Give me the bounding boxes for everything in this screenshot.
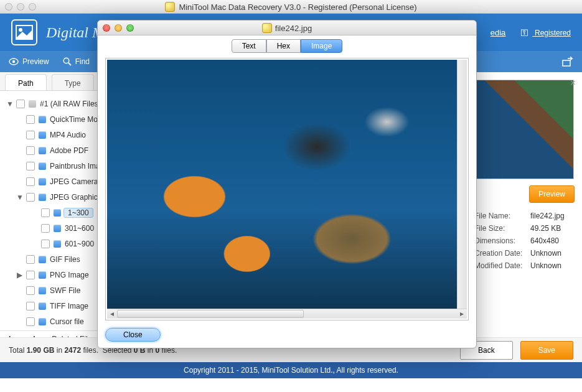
folder-icon bbox=[39, 131, 46, 139]
checkbox[interactable] bbox=[26, 162, 35, 170]
disclosure-right-icon[interactable]: ▶ bbox=[16, 271, 22, 279]
checkbox[interactable] bbox=[41, 224, 50, 233]
checkbox[interactable] bbox=[41, 208, 50, 217]
export-icon bbox=[562, 57, 573, 67]
legend-deleted: Deleted File bbox=[52, 335, 92, 338]
main-window-titlebar: MiniTool Mac Data Recovery V3.0 - Regist… bbox=[0, 0, 582, 14]
checkbox[interactable] bbox=[26, 146, 35, 155]
preview-modal: file242.jpg Text Hex Image ◂ ▸ Close bbox=[97, 20, 477, 348]
tab-text[interactable]: Text bbox=[232, 39, 266, 53]
image-content bbox=[107, 60, 457, 309]
disclosure-down-icon[interactable]: ▼ bbox=[6, 100, 12, 108]
checkbox[interactable] bbox=[26, 317, 35, 326]
folder-icon bbox=[39, 302, 46, 310]
preview-panel: × Preview File Name:file242.jpg File Siz… bbox=[467, 72, 582, 337]
folder-icon bbox=[39, 287, 46, 294]
modal-titlebar: file242.jpg bbox=[98, 21, 476, 35]
folder-icon bbox=[39, 194, 46, 201]
modal-filename: file242.jpg bbox=[98, 23, 476, 33]
image-viewport-frame: ◂ ▸ bbox=[105, 58, 469, 320]
eye-icon bbox=[9, 58, 19, 65]
toolbar-export[interactable] bbox=[562, 57, 573, 67]
preview-button[interactable]: Preview bbox=[529, 185, 575, 203]
svg-point-1 bbox=[19, 28, 22, 32]
horizontal-scrollbar[interactable]: ◂ ▸ bbox=[107, 309, 467, 319]
key-icon: ⚿ bbox=[520, 28, 528, 37]
meta-modified-date: Modified Date:Unknown bbox=[474, 261, 575, 270]
volume-icon bbox=[29, 100, 36, 108]
folder-icon bbox=[39, 162, 46, 170]
footer: Copyright 2011 - 2015, MiniTool Solution… bbox=[0, 362, 582, 378]
checkbox[interactable] bbox=[26, 255, 35, 264]
image-viewport bbox=[107, 60, 467, 309]
toolbar-find[interactable]: Find bbox=[63, 57, 90, 66]
preview-mode-tabs: Text Hex Image bbox=[98, 39, 476, 53]
meta-dimensions: Dimensions:640x480 bbox=[474, 236, 575, 245]
window-title: MiniTool Mac Data Recovery V3.0 - Regist… bbox=[0, 2, 582, 12]
meta-filename: File Name:file242.jpg bbox=[474, 212, 575, 220]
registered-link-label: Registered bbox=[535, 29, 571, 37]
thumbnail-image bbox=[474, 80, 574, 179]
checkbox[interactable] bbox=[26, 271, 35, 279]
vertical-scrollbar[interactable] bbox=[457, 60, 467, 309]
legend-label: Legend: bbox=[9, 335, 38, 338]
scroll-track[interactable] bbox=[117, 309, 457, 319]
toolbar-preview[interactable]: Preview bbox=[9, 57, 49, 66]
checkbox[interactable] bbox=[26, 115, 35, 124]
tab-type[interactable]: Type bbox=[52, 74, 94, 90]
app-logo bbox=[11, 19, 37, 45]
tree-root-label: #1 (All RAW Files) bbox=[40, 100, 101, 108]
checkbox[interactable] bbox=[26, 177, 35, 186]
svg-line-5 bbox=[68, 63, 71, 65]
tab-path[interactable]: Path bbox=[5, 74, 47, 90]
folder-icon bbox=[39, 271, 46, 279]
registered-link[interactable]: ⚿ Registered bbox=[520, 28, 571, 37]
checkbox[interactable] bbox=[26, 302, 35, 310]
modal-close-pill-button[interactable]: Close bbox=[105, 328, 161, 342]
folder-icon bbox=[39, 147, 46, 154]
checkbox[interactable] bbox=[16, 100, 25, 108]
svg-point-4 bbox=[63, 58, 69, 63]
folder-icon bbox=[54, 209, 61, 217]
folder-icon bbox=[54, 225, 61, 232]
svg-point-3 bbox=[12, 60, 15, 63]
toolbar-preview-label: Preview bbox=[22, 57, 49, 66]
folder-icon bbox=[39, 256, 46, 263]
checkbox[interactable] bbox=[26, 131, 35, 139]
media-link[interactable]: edia bbox=[490, 28, 506, 37]
scroll-right-icon[interactable]: ▸ bbox=[457, 309, 467, 319]
disclosure-down-icon[interactable]: ▼ bbox=[16, 193, 22, 202]
tab-image[interactable]: Image bbox=[301, 39, 342, 53]
svg-rect-7 bbox=[563, 60, 570, 66]
meta-creation-date: Creation Date:Unknown bbox=[474, 249, 575, 258]
deleted-icon: x bbox=[44, 335, 49, 338]
scroll-left-icon[interactable]: ◂ bbox=[107, 309, 117, 319]
folder-icon bbox=[39, 116, 46, 123]
folder-icon bbox=[39, 318, 46, 325]
search-icon bbox=[63, 57, 72, 66]
save-button[interactable]: Save bbox=[520, 341, 573, 360]
tab-hex[interactable]: Hex bbox=[266, 39, 301, 53]
checkbox[interactable] bbox=[26, 193, 35, 202]
checkbox[interactable] bbox=[41, 240, 50, 248]
scroll-thumb[interactable] bbox=[117, 310, 304, 318]
meta-filesize: File Size:49.25 KB bbox=[474, 224, 575, 233]
folder-icon bbox=[54, 240, 61, 248]
checkbox[interactable] bbox=[26, 286, 35, 295]
toolbar-find-label: Find bbox=[75, 57, 90, 66]
picture-icon bbox=[16, 25, 33, 40]
close-preview-button[interactable]: × bbox=[570, 77, 576, 88]
folder-icon bbox=[39, 178, 46, 185]
